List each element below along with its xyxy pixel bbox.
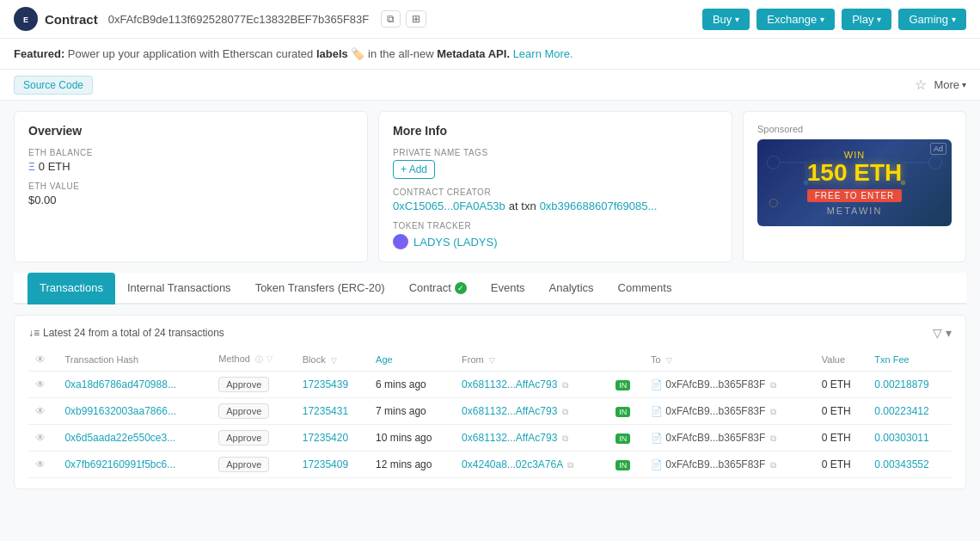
block-link-0[interactable]: 17235439 <box>303 378 348 390</box>
method-info-icon: ⓘ ▽ <box>255 355 273 364</box>
row-tx-hash-3: 0x7fb692160991f5bc6... <box>58 452 211 478</box>
eth-value: $0.00 <box>28 194 353 206</box>
from-copy-icon-1[interactable]: ⧉ <box>562 407 568 416</box>
row-method-2: Approve <box>211 425 295 452</box>
row-eye-icon-1[interactable]: 👁 <box>35 405 46 417</box>
transactions-table: 👁 Transaction Hash Method ⓘ ▽ Block ▽ A <box>28 348 952 478</box>
sort-icon: ↓≡ <box>28 327 40 339</box>
grid-view-button[interactable]: ⊞ <box>406 10 426 28</box>
sponsored-ad-box[interactable]: Ad WIN 150 ETH FREE TO ENTER METAWIN <box>757 139 952 226</box>
token-tracker-link[interactable]: LADYS (LADYS) <box>413 236 498 249</box>
tab-events[interactable]: Events <box>479 273 537 304</box>
creator-txn-link[interactable]: 0xb396688607f69085... <box>540 200 658 212</box>
row-tx-hash-1: 0xb991632003aa7866... <box>58 398 211 425</box>
to-link-3[interactable]: 0xFAfcB9...b365F83F <box>665 458 765 470</box>
row-eye-2[interactable]: 👁 <box>28 425 58 452</box>
exchange-button[interactable]: Exchange ▾ <box>756 9 835 30</box>
play-chevron-icon: ▾ <box>877 15 881 24</box>
tabs-row: Transactions Internal Transactions Token… <box>14 273 966 304</box>
row-age-1: 7 mins ago <box>369 398 455 425</box>
method-badge-3: Approve <box>218 457 269 472</box>
tx-hash-link-2[interactable]: 0x6d5aada22e550ce3... <box>64 432 175 444</box>
block-filter-icon: ▽ <box>331 356 337 365</box>
star-button[interactable]: ☆ <box>915 77 927 93</box>
to-filter-icon: ▽ <box>666 356 672 365</box>
ad-eth-amount: 150 ETH <box>807 160 903 187</box>
row-eye-icon-2[interactable]: 👁 <box>35 432 46 444</box>
row-eye-1[interactable]: 👁 <box>28 398 58 425</box>
svg-point-4 <box>769 199 777 206</box>
method-badge-2: Approve <box>218 430 269 446</box>
age-text-0: 6 mins ago <box>376 378 426 390</box>
featured-learn-more-link[interactable]: Learn More. <box>513 47 573 60</box>
tx-hash-link-0[interactable]: 0xa18d6786ad470988... <box>64 378 175 390</box>
row-to-1: 📄 0xFAfcB9...b365F83F ⧉ <box>644 398 815 425</box>
file-icon-0: 📄 <box>651 379 663 390</box>
tab-comments[interactable]: Comments <box>606 273 684 304</box>
row-age-2: 10 mins ago <box>369 425 455 452</box>
creator-address-link[interactable]: 0xC15065...0FA0A53b <box>393 200 505 212</box>
featured-text2: in the all-new <box>368 47 437 60</box>
tab-token-transfers[interactable]: Token Transfers (ERC-20) <box>243 273 397 304</box>
block-link-2[interactable]: 17235420 <box>303 432 348 444</box>
more-button[interactable]: More ▾ <box>934 78 966 91</box>
tab-transactions[interactable]: Transactions <box>28 273 115 304</box>
from-link-2[interactable]: 0x681132...AffAc793 <box>462 432 557 444</box>
featured-bold-api: Metadata API. <box>437 47 510 60</box>
from-link-0[interactable]: 0x681132...AffAc793 <box>462 378 557 390</box>
row-eye-3[interactable]: 👁 <box>28 452 58 478</box>
to-copy-icon-3[interactable]: ⧉ <box>770 460 776 470</box>
copy-address-button[interactable]: ⧉ <box>381 10 401 28</box>
buy-button[interactable]: Buy ▾ <box>702 9 750 30</box>
tx-hash-link-1[interactable]: 0xb991632003aa7866... <box>64 405 175 417</box>
source-code-tab[interactable]: Source Code <box>14 78 93 91</box>
tx-hash-link-3[interactable]: 0x7fb692160991f5bc6... <box>64 458 175 470</box>
to-link-0[interactable]: 0xFAfcB9...b365F83F <box>665 378 765 390</box>
value-text-0: 0 ETH <box>822 378 851 390</box>
table-column-headers: 👁 Transaction Hash Method ⓘ ▽ Block ▽ A <box>28 348 952 372</box>
filter-icon[interactable]: ▽ ▾ <box>933 326 952 340</box>
row-direction-2: IN <box>609 425 644 452</box>
th-to: To ▽ <box>644 348 815 372</box>
to-copy-icon-1[interactable]: ⧉ <box>770 407 776 416</box>
add-private-tag-button[interactable]: + Add <box>393 160 435 179</box>
row-eye-icon-3[interactable]: 👁 <box>35 458 46 470</box>
featured-bold-labels: labels <box>316 47 348 60</box>
from-copy-icon-0[interactable]: ⧉ <box>562 380 568 390</box>
value-text-2: 0 ETH <box>822 432 851 444</box>
buy-chevron-icon: ▾ <box>735 15 739 24</box>
private-name-tags-label: PRIVATE NAME TAGS <box>393 148 718 157</box>
svg-point-2 <box>767 156 780 169</box>
row-value-0: 0 ETH <box>815 372 867 398</box>
from-copy-icon-2[interactable]: ⧉ <box>562 433 568 443</box>
play-button[interactable]: Play ▾ <box>842 9 891 30</box>
to-copy-icon-0[interactable]: ⧉ <box>770 380 776 390</box>
block-link-3[interactable]: 17235409 <box>303 458 348 470</box>
svg-text:E: E <box>23 15 28 24</box>
to-link-2[interactable]: 0xFAfcB9...b365F83F <box>665 432 765 444</box>
row-eye-0[interactable]: 👁 <box>28 372 58 398</box>
etherscan-logo: E <box>14 7 38 31</box>
from-filter-icon: ▽ <box>489 356 495 365</box>
eth-balance-label: ETH BALANCE <box>28 148 353 157</box>
row-from-0: 0x681132...AffAc793 ⧉ <box>455 372 609 398</box>
row-eye-icon-0[interactable]: 👁 <box>35 378 46 390</box>
tab-contract[interactable]: Contract ✓ <box>397 273 479 304</box>
block-link-1[interactable]: 17235431 <box>303 405 348 417</box>
to-copy-icon-2[interactable]: ⧉ <box>770 433 776 443</box>
from-link-3[interactable]: 0x4240a8...02c3A76A <box>462 458 562 470</box>
row-block-3: 17235409 <box>296 452 369 478</box>
tab-analytics[interactable]: Analytics <box>537 273 606 304</box>
token-tracker-row: LADYS (LADYS) <box>393 234 718 249</box>
txfee-text-1: 0.00223412 <box>874 405 928 417</box>
from-copy-icon-3[interactable]: ⧉ <box>567 460 573 470</box>
to-link-1[interactable]: 0xFAfcB9...b365F83F <box>665 405 765 417</box>
header: E Contract 0xFAfcB9de113f692528077Ec1383… <box>0 0 980 39</box>
from-link-1[interactable]: 0x681132...AffAc793 <box>462 405 557 417</box>
token-tracker-label: TOKEN TRACKER <box>393 221 718 231</box>
gaming-button[interactable]: Gaming ▾ <box>898 9 966 30</box>
tab-internal-transactions[interactable]: Internal Transactions <box>115 273 243 304</box>
cards-row: Overview ETH BALANCE Ξ 0 ETH ETH VALUE $… <box>14 111 966 262</box>
row-tx-hash-0: 0xa18d6786ad470988... <box>58 372 211 398</box>
page-title: Contract <box>45 12 98 27</box>
